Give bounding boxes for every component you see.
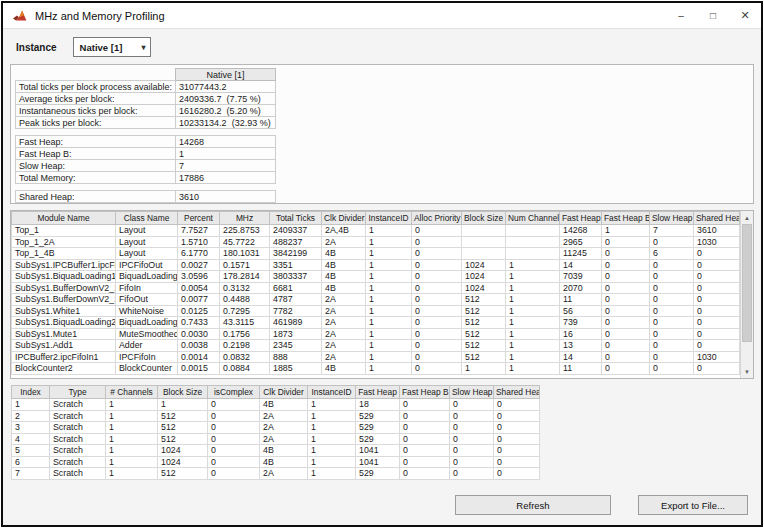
cell: 1 — [506, 259, 560, 271]
table-row[interactable]: IPCBuffer2.ipcFifoIn1IPCFifoIn0.00140.08… — [12, 351, 740, 363]
cell: 0 — [494, 422, 540, 434]
cell: 0 — [450, 445, 494, 457]
table-row[interactable]: SubSys1.BiquadLoading2BiquadLoading0.743… — [12, 317, 740, 329]
cell: 0 — [602, 328, 650, 340]
cell: 512 — [462, 305, 506, 317]
cell: 6.1770 — [178, 248, 220, 260]
cell: 1 — [506, 328, 560, 340]
column-header: Total Ticks — [270, 212, 322, 225]
column-header: Fast Heap B — [602, 212, 650, 225]
maximize-button[interactable]: □ — [697, 3, 729, 28]
cell: 4B — [260, 445, 308, 457]
cell: 2A — [322, 317, 366, 329]
column-header: # Channels — [106, 386, 158, 399]
table-row[interactable]: Fast Heap B:1 — [16, 148, 276, 160]
cell: 2A — [322, 236, 366, 248]
table-row[interactable]: 3Scratch151202A1529000 — [12, 422, 540, 434]
scroll-thumb[interactable] — [742, 224, 752, 342]
table-row[interactable]: Instantaneous ticks per block:1616280.2 … — [16, 105, 276, 117]
cell — [506, 236, 560, 248]
cell: 0 — [494, 399, 540, 411]
column-header: MHz — [220, 212, 270, 225]
table-row[interactable]: SubSys1.Mute1MuteSmoothed0.00300.1756187… — [12, 328, 740, 340]
table-row[interactable]: 7Scratch151202A1529000 — [12, 468, 540, 480]
cell: 0.0884 — [220, 363, 270, 375]
cell: 1 — [12, 399, 50, 411]
instance-select[interactable]: Native [1] ▾ — [73, 37, 151, 57]
column-header: Clk Divider — [260, 386, 308, 399]
cell: 1030 — [694, 351, 740, 363]
table-row[interactable]: 4Scratch151202A1529000 — [12, 433, 540, 445]
cell: 2A — [322, 351, 366, 363]
column-header: Percent — [178, 212, 220, 225]
cell: 3803337 — [270, 271, 322, 283]
cell: 1 — [366, 294, 412, 306]
cell: 1 — [366, 328, 412, 340]
table-row[interactable]: Total ticks per block process available:… — [16, 81, 276, 93]
cell: 178.2814 — [220, 271, 270, 283]
table-row — [16, 184, 276, 191]
close-button[interactable]: ✕ — [729, 3, 761, 28]
cell: SubSys1.BiquadLoading2 — [12, 317, 116, 329]
table-row[interactable]: Fast Heap:14268 — [16, 136, 276, 148]
cell: 1 — [308, 468, 356, 480]
table-row[interactable]: SubSys1.IPCBuffer1.ipcFif...IPCFifoOut0.… — [12, 259, 740, 271]
cell: 0 — [412, 259, 462, 271]
table-row[interactable]: Slow Heap:7 — [16, 160, 276, 172]
instance-select-value: Native [1] — [80, 42, 123, 53]
table-row[interactable]: BlockCounter2BlockCounter0.00150.0884188… — [12, 363, 740, 375]
cell: 5 — [12, 445, 50, 457]
table-row[interactable]: 5Scratch1102404B11041000 — [12, 445, 540, 457]
cell: 14268 — [176, 136, 276, 148]
table-row[interactable]: Top_1Layout7.7527225.875324093372A,4B101… — [12, 225, 740, 237]
cell: Top_1_2A — [12, 236, 116, 248]
cell: 1 — [506, 363, 560, 375]
table-row[interactable]: Top_1_2ALayout1.571045.77224882372A10296… — [12, 236, 740, 248]
table-row[interactable]: SubSys1.BufferDownV2_1...FifoIn0.00540.3… — [12, 282, 740, 294]
table-row[interactable]: 1Scratch1104B118000 — [12, 399, 540, 411]
table-row[interactable]: Average ticks per block:2409336.7 (7.75 … — [16, 93, 276, 105]
table-row[interactable]: Peak ticks per block:10233134.2 (32.93 %… — [16, 117, 276, 129]
cell: MuteSmoothed — [116, 328, 178, 340]
table-row[interactable]: 6Scratch1102404B11041000 — [12, 456, 540, 468]
export-button[interactable]: Export to File... — [638, 495, 748, 515]
cell: SubSys1.IPCBuffer1.ipcFif... — [12, 259, 116, 271]
cell: 0 — [208, 433, 260, 445]
cell: 1 — [506, 351, 560, 363]
cell: 1 — [106, 422, 158, 434]
table-row[interactable]: SubSys1.White1WhiteNoise0.01250.72957782… — [12, 305, 740, 317]
cell: 0 — [650, 271, 694, 283]
minimize-button[interactable]: – — [665, 3, 697, 28]
cell: 4B — [322, 282, 366, 294]
table-row[interactable]: 2Scratch151202A1529000 — [12, 410, 540, 422]
table-row[interactable]: Total Memory:17886 — [16, 172, 276, 184]
vertical-scrollbar[interactable]: ▲ ▼ — [740, 211, 753, 378]
cell: 45.7722 — [220, 236, 270, 248]
cell: 0 — [412, 305, 462, 317]
scroll-up-icon[interactable]: ▲ — [741, 211, 753, 224]
table-row[interactable]: SubSys1.BiquadLoading1BiquadLoading3.059… — [12, 271, 740, 283]
table-row[interactable]: Shared Heap:3610 — [16, 191, 276, 203]
cell: Scratch — [50, 445, 106, 457]
cell: 1 — [366, 225, 412, 237]
table-row[interactable]: SubSys1.BufferDownV2_1...FifoOut0.00770.… — [12, 294, 740, 306]
cell — [506, 225, 560, 237]
cell: 0 — [650, 282, 694, 294]
cell: 0 — [650, 317, 694, 329]
refresh-button[interactable]: Refresh — [455, 495, 611, 515]
column-header: InstanceID — [308, 386, 356, 399]
cell: 0 — [400, 445, 450, 457]
cell: BiquadLoading — [116, 271, 178, 283]
table-row[interactable]: SubSys1.Add1Adder0.00380.219823452A10512… — [12, 340, 740, 352]
cell: Average ticks per block: — [16, 93, 176, 105]
app-icon — [13, 10, 27, 22]
scroll-down-icon[interactable]: ▼ — [741, 365, 753, 378]
column-header: Slow Heap — [450, 386, 494, 399]
cell: Instantaneous ticks per block: — [16, 105, 176, 117]
cell: WhiteNoise — [116, 305, 178, 317]
cell: 0 — [602, 294, 650, 306]
cell: 43.3115 — [220, 317, 270, 329]
table-row[interactable]: Top_1_4BLayout6.1770180.103138421994B101… — [12, 248, 740, 260]
cell: 1 — [506, 271, 560, 283]
column-header: Fast Heap B — [400, 386, 450, 399]
